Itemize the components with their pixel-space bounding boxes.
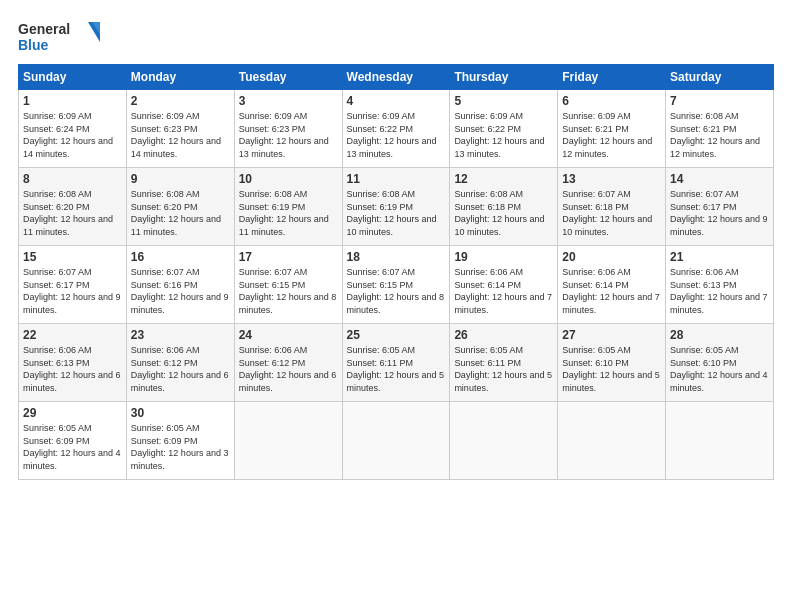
- calendar-header-monday: Monday: [126, 65, 234, 90]
- cell-info: Sunrise: 6:05 AMSunset: 6:11 PMDaylight:…: [454, 344, 553, 394]
- calendar-cell: 13Sunrise: 6:07 AMSunset: 6:18 PMDayligh…: [558, 168, 666, 246]
- cell-day-number: 18: [347, 250, 446, 264]
- calendar-cell: 18Sunrise: 6:07 AMSunset: 6:15 PMDayligh…: [342, 246, 450, 324]
- calendar-header-thursday: Thursday: [450, 65, 558, 90]
- page-header: General Blue: [18, 18, 774, 54]
- cell-day-number: 8: [23, 172, 122, 186]
- cell-day-number: 23: [131, 328, 230, 342]
- calendar-cell: 15Sunrise: 6:07 AMSunset: 6:17 PMDayligh…: [19, 246, 127, 324]
- cell-day-number: 5: [454, 94, 553, 108]
- calendar-header-sunday: Sunday: [19, 65, 127, 90]
- cell-info: Sunrise: 6:08 AMSunset: 6:19 PMDaylight:…: [239, 188, 338, 238]
- cell-day-number: 4: [347, 94, 446, 108]
- calendar-cell: 12Sunrise: 6:08 AMSunset: 6:18 PMDayligh…: [450, 168, 558, 246]
- cell-info: Sunrise: 6:05 AMSunset: 6:11 PMDaylight:…: [347, 344, 446, 394]
- cell-info: Sunrise: 6:07 AMSunset: 6:17 PMDaylight:…: [670, 188, 769, 238]
- cell-day-number: 22: [23, 328, 122, 342]
- cell-day-number: 3: [239, 94, 338, 108]
- calendar-cell: 27Sunrise: 6:05 AMSunset: 6:10 PMDayligh…: [558, 324, 666, 402]
- calendar-header-wednesday: Wednesday: [342, 65, 450, 90]
- calendar-cell: 28Sunrise: 6:05 AMSunset: 6:10 PMDayligh…: [666, 324, 774, 402]
- cell-info: Sunrise: 6:09 AMSunset: 6:23 PMDaylight:…: [131, 110, 230, 160]
- calendar-cell: 30Sunrise: 6:05 AMSunset: 6:09 PMDayligh…: [126, 402, 234, 480]
- calendar-cell: 20Sunrise: 6:06 AMSunset: 6:14 PMDayligh…: [558, 246, 666, 324]
- cell-info: Sunrise: 6:07 AMSunset: 6:16 PMDaylight:…: [131, 266, 230, 316]
- cell-day-number: 30: [131, 406, 230, 420]
- cell-day-number: 10: [239, 172, 338, 186]
- cell-info: Sunrise: 6:06 AMSunset: 6:12 PMDaylight:…: [131, 344, 230, 394]
- calendar-week-row: 15Sunrise: 6:07 AMSunset: 6:17 PMDayligh…: [19, 246, 774, 324]
- cell-day-number: 25: [347, 328, 446, 342]
- cell-info: Sunrise: 6:05 AMSunset: 6:09 PMDaylight:…: [131, 422, 230, 472]
- cell-day-number: 19: [454, 250, 553, 264]
- calendar-cell: 4Sunrise: 6:09 AMSunset: 6:22 PMDaylight…: [342, 90, 450, 168]
- cell-info: Sunrise: 6:07 AMSunset: 6:17 PMDaylight:…: [23, 266, 122, 316]
- cell-day-number: 24: [239, 328, 338, 342]
- cell-day-number: 9: [131, 172, 230, 186]
- logo: General Blue: [18, 18, 108, 54]
- calendar-cell: 10Sunrise: 6:08 AMSunset: 6:19 PMDayligh…: [234, 168, 342, 246]
- cell-day-number: 12: [454, 172, 553, 186]
- cell-info: Sunrise: 6:06 AMSunset: 6:14 PMDaylight:…: [562, 266, 661, 316]
- calendar-cell: 17Sunrise: 6:07 AMSunset: 6:15 PMDayligh…: [234, 246, 342, 324]
- svg-text:General: General: [18, 21, 70, 37]
- cell-info: Sunrise: 6:09 AMSunset: 6:24 PMDaylight:…: [23, 110, 122, 160]
- calendar-cell: 19Sunrise: 6:06 AMSunset: 6:14 PMDayligh…: [450, 246, 558, 324]
- cell-day-number: 16: [131, 250, 230, 264]
- calendar-cell: [450, 402, 558, 480]
- cell-info: Sunrise: 6:08 AMSunset: 6:21 PMDaylight:…: [670, 110, 769, 160]
- cell-info: Sunrise: 6:06 AMSunset: 6:13 PMDaylight:…: [670, 266, 769, 316]
- cell-day-number: 2: [131, 94, 230, 108]
- calendar-cell: [342, 402, 450, 480]
- cell-info: Sunrise: 6:09 AMSunset: 6:22 PMDaylight:…: [454, 110, 553, 160]
- cell-info: Sunrise: 6:05 AMSunset: 6:09 PMDaylight:…: [23, 422, 122, 472]
- cell-info: Sunrise: 6:09 AMSunset: 6:22 PMDaylight:…: [347, 110, 446, 160]
- cell-info: Sunrise: 6:06 AMSunset: 6:12 PMDaylight:…: [239, 344, 338, 394]
- calendar-cell: 3Sunrise: 6:09 AMSunset: 6:23 PMDaylight…: [234, 90, 342, 168]
- cell-day-number: 7: [670, 94, 769, 108]
- calendar-cell: 24Sunrise: 6:06 AMSunset: 6:12 PMDayligh…: [234, 324, 342, 402]
- calendar-cell: 7Sunrise: 6:08 AMSunset: 6:21 PMDaylight…: [666, 90, 774, 168]
- calendar-cell: 16Sunrise: 6:07 AMSunset: 6:16 PMDayligh…: [126, 246, 234, 324]
- calendar-week-row: 29Sunrise: 6:05 AMSunset: 6:09 PMDayligh…: [19, 402, 774, 480]
- cell-info: Sunrise: 6:06 AMSunset: 6:14 PMDaylight:…: [454, 266, 553, 316]
- cell-day-number: 11: [347, 172, 446, 186]
- cell-day-number: 13: [562, 172, 661, 186]
- calendar-cell: 9Sunrise: 6:08 AMSunset: 6:20 PMDaylight…: [126, 168, 234, 246]
- cell-day-number: 26: [454, 328, 553, 342]
- cell-day-number: 15: [23, 250, 122, 264]
- cell-day-number: 27: [562, 328, 661, 342]
- cell-day-number: 29: [23, 406, 122, 420]
- calendar-header-friday: Friday: [558, 65, 666, 90]
- cell-info: Sunrise: 6:08 AMSunset: 6:19 PMDaylight:…: [347, 188, 446, 238]
- calendar-week-row: 1Sunrise: 6:09 AMSunset: 6:24 PMDaylight…: [19, 90, 774, 168]
- calendar-cell: [666, 402, 774, 480]
- calendar-cell: 1Sunrise: 6:09 AMSunset: 6:24 PMDaylight…: [19, 90, 127, 168]
- cell-day-number: 14: [670, 172, 769, 186]
- cell-info: Sunrise: 6:06 AMSunset: 6:13 PMDaylight:…: [23, 344, 122, 394]
- calendar-cell: [234, 402, 342, 480]
- calendar-cell: 26Sunrise: 6:05 AMSunset: 6:11 PMDayligh…: [450, 324, 558, 402]
- calendar-cell: 11Sunrise: 6:08 AMSunset: 6:19 PMDayligh…: [342, 168, 450, 246]
- cell-day-number: 6: [562, 94, 661, 108]
- svg-text:Blue: Blue: [18, 37, 49, 53]
- cell-info: Sunrise: 6:08 AMSunset: 6:20 PMDaylight:…: [131, 188, 230, 238]
- calendar-week-row: 8Sunrise: 6:08 AMSunset: 6:20 PMDaylight…: [19, 168, 774, 246]
- calendar-cell: 29Sunrise: 6:05 AMSunset: 6:09 PMDayligh…: [19, 402, 127, 480]
- calendar-table: SundayMondayTuesdayWednesdayThursdayFrid…: [18, 64, 774, 480]
- cell-info: Sunrise: 6:07 AMSunset: 6:15 PMDaylight:…: [347, 266, 446, 316]
- cell-info: Sunrise: 6:08 AMSunset: 6:20 PMDaylight:…: [23, 188, 122, 238]
- calendar-cell: 21Sunrise: 6:06 AMSunset: 6:13 PMDayligh…: [666, 246, 774, 324]
- calendar-header-tuesday: Tuesday: [234, 65, 342, 90]
- calendar-week-row: 22Sunrise: 6:06 AMSunset: 6:13 PMDayligh…: [19, 324, 774, 402]
- calendar-cell: 6Sunrise: 6:09 AMSunset: 6:21 PMDaylight…: [558, 90, 666, 168]
- calendar-cell: 23Sunrise: 6:06 AMSunset: 6:12 PMDayligh…: [126, 324, 234, 402]
- calendar-cell: 5Sunrise: 6:09 AMSunset: 6:22 PMDaylight…: [450, 90, 558, 168]
- cell-day-number: 21: [670, 250, 769, 264]
- cell-info: Sunrise: 6:07 AMSunset: 6:18 PMDaylight:…: [562, 188, 661, 238]
- calendar-header-saturday: Saturday: [666, 65, 774, 90]
- cell-info: Sunrise: 6:09 AMSunset: 6:21 PMDaylight:…: [562, 110, 661, 160]
- cell-info: Sunrise: 6:08 AMSunset: 6:18 PMDaylight:…: [454, 188, 553, 238]
- cell-info: Sunrise: 6:07 AMSunset: 6:15 PMDaylight:…: [239, 266, 338, 316]
- calendar-header-row: SundayMondayTuesdayWednesdayThursdayFrid…: [19, 65, 774, 90]
